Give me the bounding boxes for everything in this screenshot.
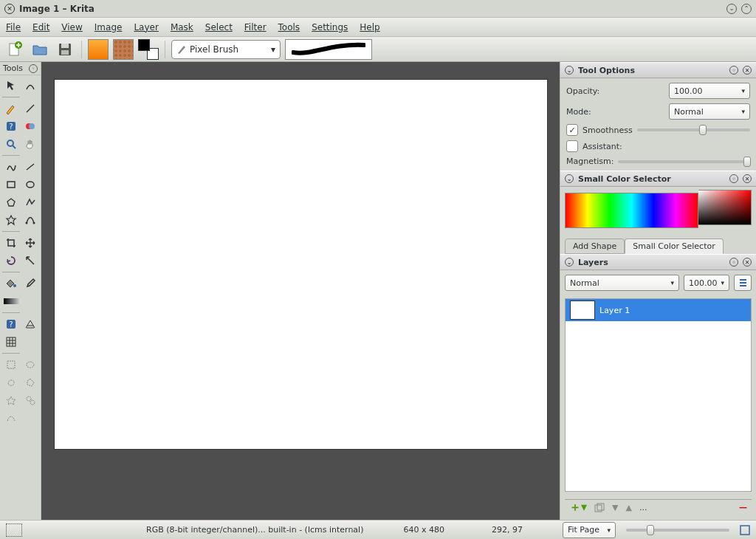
tool-grid[interactable]: [2, 334, 20, 350]
assistant-checkbox[interactable]: [566, 140, 578, 152]
duplicate-layer-button[interactable]: [594, 503, 605, 513]
color-selector[interactable]: [565, 190, 752, 231]
open-button[interactable]: [30, 39, 50, 60]
close-panel-icon[interactable]: ✕: [743, 66, 752, 75]
tool-pan[interactable]: [21, 136, 39, 152]
brush-preview[interactable]: [285, 39, 372, 60]
tool-select-similar[interactable]: [21, 392, 39, 408]
move-down-button[interactable]: ▼: [612, 503, 618, 512]
menu-help[interactable]: Help: [360, 22, 379, 32]
tool-polyline[interactable]: [21, 194, 39, 210]
saturation-value-box[interactable]: [698, 190, 752, 225]
layer-list[interactable]: Layer 1: [565, 298, 752, 492]
tool-star[interactable]: [2, 212, 20, 228]
float-icon[interactable]: ◦: [729, 258, 738, 267]
add-layer-button[interactable]: ＋▾: [569, 500, 587, 515]
zoom-dropdown[interactable]: Fit Page▾: [563, 522, 616, 538]
layers-header[interactable]: ⌄ Layers ◦✕: [560, 254, 756, 270]
menu-file[interactable]: File: [6, 22, 21, 32]
maximize-icon[interactable]: ⌃: [741, 4, 752, 14]
brush-preset-dropdown[interactable]: Pixel Brush ▾: [171, 40, 281, 59]
menu-edit[interactable]: Edit: [32, 22, 49, 32]
menu-tools[interactable]: Tools: [278, 22, 300, 32]
menu-view[interactable]: View: [61, 22, 82, 32]
layer-opacity-input[interactable]: 100.00▾: [684, 275, 729, 291]
tool-color-adjust[interactable]: [21, 118, 39, 134]
menu-select[interactable]: Select: [205, 22, 233, 32]
smoothness-checkbox[interactable]: ✓: [566, 124, 578, 136]
close-panel-icon[interactable]: ✕: [743, 258, 752, 267]
tool-select-contiguous[interactable]: [2, 392, 20, 408]
layer-view-button[interactable]: [734, 275, 752, 291]
tool-color-picker[interactable]: [21, 275, 39, 292]
tool-freehand-path[interactable]: [2, 159, 20, 175]
tool-select[interactable]: [2, 78, 20, 94]
float-icon[interactable]: ◦: [729, 174, 738, 183]
tool-line[interactable]: [21, 100, 39, 117]
close-panel-icon[interactable]: ✕: [743, 174, 752, 183]
tool-gradient[interactable]: [2, 293, 20, 309]
tool-bezier[interactable]: [21, 212, 39, 228]
layer-mode-dropdown[interactable]: Normal▾: [565, 275, 679, 291]
zoom-slider[interactable]: [626, 529, 729, 532]
color-selector-header[interactable]: ⌄ Small Color Selector ◦✕: [560, 171, 756, 187]
new-document-button[interactable]: [4, 39, 25, 60]
pattern-swatch[interactable]: [113, 39, 134, 60]
close-icon[interactable]: ✕: [4, 4, 15, 14]
move-up-button[interactable]: ▲: [626, 503, 632, 512]
tool-crop[interactable]: [2, 235, 20, 251]
layer-item[interactable]: Layer 1: [566, 299, 751, 321]
float-icon[interactable]: ◦: [729, 66, 738, 75]
delete-layer-button[interactable]: —: [739, 503, 747, 512]
tool-select-path[interactable]: [2, 410, 20, 426]
more-button[interactable]: ...: [639, 503, 647, 512]
tool-path[interactable]: [21, 78, 39, 94]
tab-add-shape[interactable]: Add Shape: [565, 238, 625, 254]
tool-perspective-grid[interactable]: [21, 316, 39, 332]
gradient-swatch[interactable]: [88, 39, 109, 60]
fullscreen-icon[interactable]: [740, 525, 750, 535]
minimize-icon[interactable]: ⌄: [726, 4, 737, 14]
tool-select-freehand[interactable]: [2, 374, 20, 391]
smoothness-slider[interactable]: [637, 128, 750, 131]
layer-thumbnail: [570, 301, 595, 320]
svg-point-14: [27, 182, 34, 188]
save-button[interactable]: [55, 39, 75, 60]
tab-color-selector[interactable]: Small Color Selector: [625, 238, 723, 254]
tool-select-polygon[interactable]: [21, 374, 39, 391]
tool-fill[interactable]: [2, 275, 20, 292]
tool-unknown-blue[interactable]: ?: [2, 118, 20, 134]
tool-pencil[interactable]: [2, 100, 20, 117]
tool-polygon[interactable]: [2, 194, 20, 210]
collapse-icon[interactable]: ⌄: [565, 258, 574, 267]
hue-strip[interactable]: [565, 193, 698, 228]
opacity-input[interactable]: 100.00▾: [669, 83, 750, 99]
menu-filter[interactable]: Filter: [244, 22, 267, 32]
tool-measure[interactable]: [21, 253, 39, 269]
tool-zoom[interactable]: [2, 136, 20, 152]
tool-select-rect[interactable]: [2, 357, 20, 373]
tool-transform[interactable]: [2, 253, 20, 269]
tool-straight-line[interactable]: [21, 159, 39, 175]
tool-ellipse[interactable]: [21, 176, 39, 193]
mode-dropdown[interactable]: Normal▾: [669, 103, 750, 120]
tool-help[interactable]: ?: [2, 316, 20, 332]
tool-rect[interactable]: [2, 176, 20, 193]
collapse-icon[interactable]: ⌄: [565, 66, 574, 75]
menu-image[interactable]: Image: [94, 22, 123, 32]
magnetism-slider[interactable]: [618, 160, 750, 163]
tool-move[interactable]: [21, 235, 39, 251]
menu-mask[interactable]: Mask: [171, 22, 193, 32]
canvas-viewport[interactable]: [41, 62, 560, 520]
collapse-icon[interactable]: ◦: [29, 64, 38, 73]
menu-layer[interactable]: Layer: [134, 22, 158, 32]
tool-options-header[interactable]: ⌄ Tool Options ◦✕: [560, 62, 756, 78]
tool-select-ellipse[interactable]: [21, 357, 39, 373]
selection-indicator[interactable]: [6, 523, 22, 537]
menu-settings[interactable]: Settings: [312, 22, 348, 32]
collapse-icon[interactable]: ⌄: [565, 174, 574, 183]
svg-text:?: ?: [9, 320, 13, 329]
canvas[interactable]: [55, 80, 547, 449]
tool-options-body: Opacity: 100.00▾ Mode: Normal▾ ✓ Smoothn…: [560, 78, 756, 171]
fg-bg-color[interactable]: [138, 39, 159, 60]
